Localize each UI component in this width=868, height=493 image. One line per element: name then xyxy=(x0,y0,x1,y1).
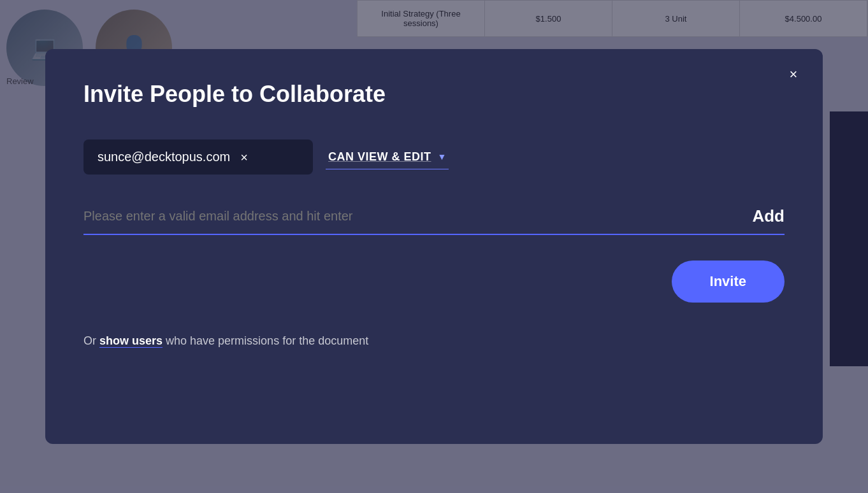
email-input[interactable] xyxy=(83,209,742,224)
bottom-note: Or show users who have permissions for t… xyxy=(83,334,785,348)
bottom-note-suffix: who have permissions for the document xyxy=(163,334,368,347)
email-input-row: Add xyxy=(83,206,785,235)
add-button[interactable]: Add xyxy=(752,206,785,226)
modal-close-button[interactable]: × xyxy=(782,63,805,86)
email-tag-row: sunce@decktopus.com × CAN VIEW & EDIT ▼ xyxy=(83,139,785,175)
permission-label: CAN VIEW & EDIT xyxy=(328,150,431,164)
invite-button[interactable]: Invite xyxy=(672,261,785,303)
email-tag: sunce@decktopus.com × xyxy=(83,139,313,175)
permission-dropdown-button[interactable]: CAN VIEW & EDIT ▼ xyxy=(326,145,449,169)
show-users-link[interactable]: show users xyxy=(99,334,163,347)
chevron-down-icon: ▼ xyxy=(438,152,447,162)
modal-overlay: × Invite People to Collaborate sunce@dec… xyxy=(0,0,868,493)
email-tag-value: sunce@decktopus.com xyxy=(98,150,230,164)
invite-row: Invite xyxy=(83,261,785,303)
invite-modal: × Invite People to Collaborate sunce@dec… xyxy=(45,49,823,444)
bottom-note-prefix: Or xyxy=(83,334,99,347)
email-tag-remove-button[interactable]: × xyxy=(240,151,248,164)
modal-title: Invite People to Collaborate xyxy=(83,81,785,108)
